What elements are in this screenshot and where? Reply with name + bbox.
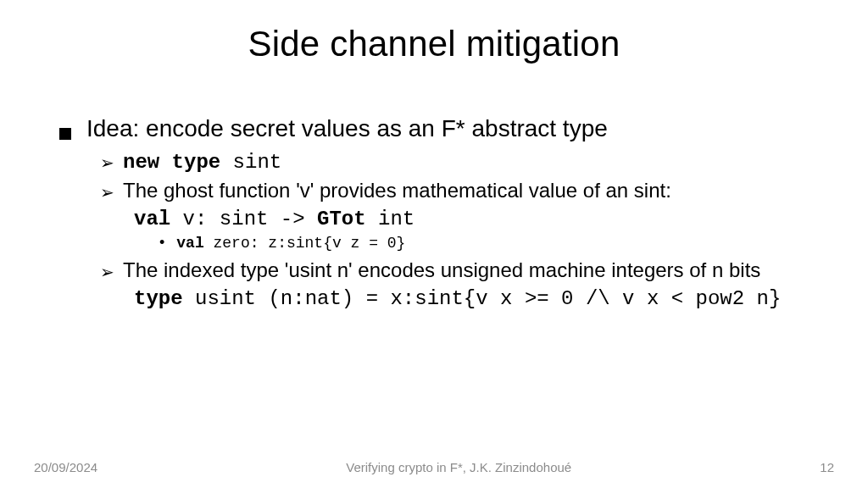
code-line: new type sint: [123, 151, 281, 174]
bullet-level-2: ➢ The indexed type 'usint n' encodes uns…: [100, 258, 817, 282]
footer-page-number: 12: [820, 460, 834, 474]
bullet-text: Idea: encode secret values as an F* abst…: [86, 115, 608, 142]
bullet-level-4: • val zero: z:sint{v z = 0}: [159, 234, 817, 252]
footer-center: Verifying crypto in F*, J.K. Zinzindohou…: [97, 460, 820, 474]
arrow-right-icon: ➢: [100, 262, 114, 282]
dot-bullet-icon: •: [159, 234, 164, 252]
code-line: val v: sint -> GTot int: [134, 208, 817, 230]
slide-footer: 20/09/2024 Verifying crypto in F*, J.K. …: [0, 460, 868, 474]
slide-content: Idea: encode secret values as an F* abst…: [51, 115, 817, 310]
arrow-right-icon: ➢: [100, 182, 114, 202]
bullet-text: The ghost function 'v' provides mathemat…: [123, 179, 671, 202]
slide-title: Side channel mitigation: [51, 24, 817, 64]
bullet-level-1: Idea: encode secret values as an F* abst…: [59, 115, 817, 142]
code-line: val zero: z:sint{v z = 0}: [176, 235, 405, 252]
code-line: type usint (n:nat) = x:sint{v x >= 0 /\ …: [134, 287, 817, 310]
arrow-right-icon: ➢: [100, 152, 114, 173]
bullet-level-2: ➢ The ghost function 'v' provides mathem…: [100, 179, 817, 202]
square-bullet-icon: [59, 128, 71, 140]
slide: Side channel mitigation Idea: encode sec…: [0, 0, 868, 488]
bullet-level-2: ➢ new type sint: [100, 151, 817, 174]
bullet-text: The indexed type 'usint n' encodes unsig…: [123, 258, 760, 282]
footer-date: 20/09/2024: [34, 460, 97, 474]
